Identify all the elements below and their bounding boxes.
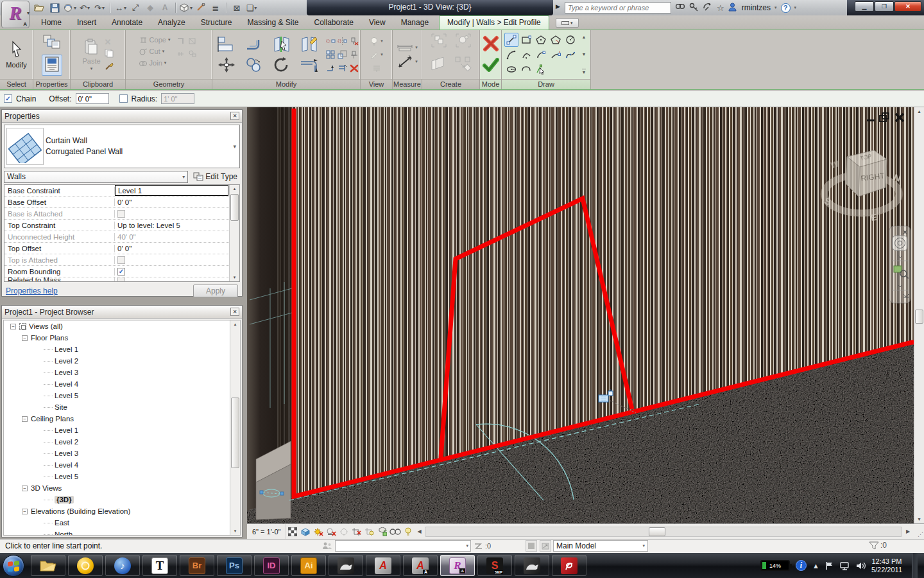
panel-label-geometry[interactable]: Geometry — [126, 79, 212, 89]
visual-style-icon[interactable] — [299, 525, 312, 539]
tree-item-views-all[interactable]: −Views (all) — [4, 320, 240, 332]
sun-path-off-icon[interactable] — [312, 525, 325, 539]
draw-partial-ellipse-tool[interactable] — [519, 62, 533, 76]
canvas-horizontal-scrollbar[interactable] — [425, 527, 902, 537]
rotate-icon[interactable] — [268, 55, 295, 75]
draw-circumscribed-polygon-tool[interactable] — [549, 33, 563, 47]
infocenter-arrow-icon[interactable]: ▶ — [556, 3, 560, 10]
user-icon[interactable] — [728, 3, 737, 13]
taskbar-nytimes[interactable]: T — [142, 555, 177, 576]
taskbar-acrobat[interactable] — [552, 555, 586, 576]
minimize-button[interactable]: ▁ — [855, 1, 874, 12]
tab-massing-site[interactable]: Massing & Site — [239, 16, 306, 30]
taskbar-illustrator[interactable]: Ai — [291, 555, 326, 576]
align-icon[interactable] — [213, 35, 240, 55]
open-icon[interactable] — [33, 1, 46, 14]
move-icon[interactable] — [213, 55, 240, 75]
checkbox-unchecked[interactable] — [117, 210, 125, 218]
type-selector-dropdown-icon[interactable]: ▾ — [233, 143, 236, 150]
radius-checkbox[interactable] — [119, 94, 128, 103]
taskbar-rhino-2[interactable] — [515, 555, 549, 576]
tree-item-3d-current[interactable]: {3D} — [4, 494, 240, 505]
maximize-button[interactable]: ❐ — [875, 1, 894, 12]
draw-gallery-scroll[interactable]: ▲ ▼ ▼ — [580, 33, 588, 76]
properties-scroll-thumb[interactable] — [230, 194, 239, 221]
ribbon-state-toggle[interactable]: ▾ — [556, 18, 579, 28]
draw-fillet-arc-tool[interactable] — [549, 48, 563, 62]
sketch-endpoint[interactable] — [260, 491, 263, 494]
cut-button[interactable]: Cut▾ — [139, 46, 171, 57]
window-title[interactable]: Project1 - 3D View: {3D} — [307, 0, 553, 15]
tree-item-level[interactable]: Level 3 — [4, 448, 240, 459]
tab-manage[interactable]: Manage — [393, 16, 436, 30]
panel-label-measure[interactable]: Measure — [393, 79, 422, 89]
scale-icon[interactable] — [337, 48, 348, 62]
paste-button[interactable]: Paste▾ — [82, 38, 100, 71]
pick-lines-tool[interactable] — [534, 62, 548, 76]
taskbar-windows-explorer[interactable] — [31, 555, 65, 576]
selection-filter[interactable]: :0 — [869, 541, 887, 550]
property-row[interactable]: Base is Attached — [4, 208, 239, 220]
draw-rectangle-tool[interactable] — [519, 33, 533, 47]
help-dropdown-icon[interactable]: ▾ — [794, 5, 797, 10]
draw-inscribed-polygon-tool[interactable] — [534, 33, 548, 47]
beam-cutback-icon[interactable] — [175, 47, 187, 60]
measure-icon[interactable]: ↔▾ — [114, 1, 127, 14]
trim-extend-icon[interactable] — [296, 55, 323, 75]
property-row[interactable]: Top is Attached — [4, 254, 239, 266]
resize-grip[interactable]: ⋰ — [912, 524, 924, 539]
offset-input[interactable] — [76, 93, 109, 104]
tree-item-east[interactable]: East — [4, 517, 240, 529]
delete-icon[interactable]: ✕ — [105, 37, 114, 47]
browser-scroll-thumb[interactable] — [231, 398, 239, 468]
default-3d-view-icon[interactable]: ▾ — [180, 1, 193, 14]
info-tray-icon[interactable]: i — [796, 560, 807, 571]
hscroll-left-icon[interactable]: ◀ — [415, 529, 424, 534]
demolish-icon[interactable] — [187, 34, 198, 47]
scale-button[interactable]: 6" = 1'-0" — [247, 524, 286, 539]
draw-tangent-arc-tool[interactable] — [534, 48, 548, 62]
hidden-icons-arrow[interactable]: ▲ — [812, 562, 819, 570]
hscroll-right-icon[interactable]: ▶ — [903, 529, 912, 534]
trim-corner-icon[interactable] — [325, 62, 337, 75]
delete-tool-icon[interactable] — [348, 62, 360, 75]
type-properties-button[interactable] — [42, 33, 62, 52]
split-with-gap-icon[interactable] — [296, 35, 323, 55]
draw-start-end-radius-arc-tool[interactable] — [504, 48, 518, 62]
mirror-axis-icon[interactable] — [337, 35, 348, 48]
communication-center-icon[interactable] — [703, 3, 713, 13]
property-row[interactable]: Related to Mass — [4, 277, 239, 282]
draw-spline-tool[interactable] — [563, 48, 578, 62]
draw-center-ends-arc-tool[interactable] — [519, 48, 533, 62]
taskbar-photoshop[interactable]: Ps — [217, 555, 252, 576]
taskbar-autocad-architecture[interactable]: AA — [403, 555, 438, 576]
property-row[interactable]: Top Constraint Up to level: Level 5 — [4, 220, 239, 231]
thin-lines-icon[interactable]: ≣ — [209, 1, 222, 14]
rendering-dialog-icon[interactable] — [338, 525, 350, 539]
wall-joins-icon[interactable] — [175, 34, 187, 47]
help-icon[interactable]: ? — [781, 3, 791, 13]
match-type-icon[interactable] — [105, 62, 114, 73]
design-option-combo[interactable]: Main Model▾ — [553, 540, 648, 552]
finish-edit-mode-icon[interactable] — [483, 58, 499, 74]
create-parts-icon[interactable] — [430, 56, 448, 73]
create-similar-icon[interactable] — [454, 56, 472, 73]
panel-label-view[interactable]: View — [361, 79, 392, 89]
close-hidden-windows-icon[interactable]: ⊠ — [230, 1, 243, 14]
reveal-hidden-icon[interactable] — [402, 525, 415, 539]
panel-label-clipboard[interactable]: Clipboard — [71, 79, 125, 89]
checkbox-unchecked[interactable] — [117, 277, 125, 282]
taskbar-sketchup[interactable]: SSBP — [477, 555, 512, 576]
unpin-icon[interactable] — [348, 35, 360, 48]
tree-item-level[interactable]: Level 1 — [4, 425, 240, 436]
canvas-vscroll-thumb[interactable] — [915, 310, 923, 324]
panel-label-select[interactable]: Select — [0, 79, 33, 89]
navigation-bar[interactable] — [889, 226, 911, 303]
tab-home[interactable]: Home — [33, 16, 69, 30]
cope-button[interactable]: Cope▾ — [139, 34, 171, 46]
array-icon[interactable] — [325, 48, 337, 62]
panel-label-modify[interactable]: Modify — [212, 79, 360, 89]
taskbar-clock[interactable]: 12:43 PM 5/22/2011 — [871, 557, 902, 574]
trim-multiple-icon[interactable] — [337, 62, 348, 75]
property-row[interactable]: Base Offset 0' 0" — [4, 197, 239, 208]
